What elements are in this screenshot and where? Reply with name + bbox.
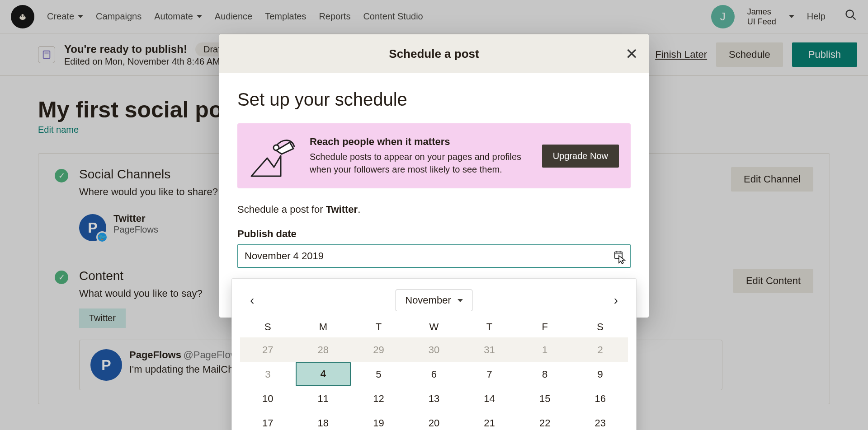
calendar-day[interactable]: 16 <box>572 386 628 411</box>
schedule-target: Twitter <box>326 204 358 215</box>
dow-label: T <box>351 318 406 336</box>
schedule-modal: Schedule a post ✕ Set up your schedule R… <box>219 34 649 318</box>
calendar-dow-row: S M T W T F S <box>240 318 628 336</box>
prev-month-button[interactable]: ‹ <box>245 290 259 310</box>
calendar-nav: ‹ November › <box>240 289 628 312</box>
calendar-day[interactable]: 22 <box>517 411 573 430</box>
publish-date-input[interactable]: November 4 2019 <box>237 244 631 268</box>
calendar-day[interactable]: 5 <box>351 362 406 386</box>
modal-title: Schedule a post <box>389 47 479 61</box>
upgrade-now-button[interactable]: Upgrade Now <box>542 145 619 168</box>
calendar-day[interactable]: 31 <box>462 337 517 362</box>
calendar-day[interactable]: 10 <box>240 386 296 411</box>
calendar-day[interactable]: 19 <box>351 411 406 430</box>
calendar-day[interactable]: 12 <box>351 386 406 411</box>
promo-text: Schedule posts to appear on your pages a… <box>310 150 531 176</box>
promo-illustration <box>249 133 299 178</box>
cursor-icon <box>618 255 626 267</box>
promo-heading: Reach people when it matters <box>310 136 531 148</box>
modal-heading: Set up your schedule <box>237 89 631 110</box>
calendar-day[interactable]: 18 <box>296 411 351 430</box>
calendar-day[interactable]: 3 <box>240 362 296 386</box>
publish-date-label: Publish date <box>237 228 631 240</box>
month-label: November <box>405 294 451 306</box>
calendar-day[interactable]: 30 <box>406 337 462 362</box>
schedule-for-line: Schedule a post for Twitter. <box>237 204 631 215</box>
modal-header: Schedule a post ✕ <box>219 34 649 73</box>
calendar-day[interactable]: 2 <box>572 337 628 362</box>
calendar-day[interactable]: 21 <box>462 411 517 430</box>
calendar-day[interactable]: 4 <box>296 362 351 386</box>
calendar-day[interactable]: 28 <box>296 337 351 362</box>
calendar-day[interactable]: 27 <box>240 337 296 362</box>
calendar-day[interactable]: 9 <box>572 362 628 386</box>
calendar-day[interactable]: 14 <box>462 386 517 411</box>
close-icon[interactable]: ✕ <box>625 46 638 61</box>
calendar-day[interactable]: 20 <box>406 411 462 430</box>
calendar-icon[interactable] <box>613 250 623 262</box>
upgrade-promo: Reach people when it matters Schedule po… <box>237 123 631 188</box>
calendar-day[interactable]: 6 <box>406 362 462 386</box>
dow-label: T <box>462 318 517 336</box>
dow-label: F <box>517 318 573 336</box>
calendar-day[interactable]: 17 <box>240 411 296 430</box>
date-picker: ‹ November › S M T W T F S 2728293031123… <box>231 278 637 430</box>
calendar-day[interactable]: 1 <box>517 337 573 362</box>
publish-date-value: November 4 2019 <box>245 250 613 262</box>
next-month-button[interactable]: › <box>609 290 623 310</box>
calendar-day[interactable]: 29 <box>351 337 406 362</box>
calendar-day[interactable]: 11 <box>296 386 351 411</box>
chevron-down-icon <box>458 299 463 302</box>
dow-label: M <box>296 318 351 336</box>
calendar-day[interactable]: 8 <box>517 362 573 386</box>
dow-label: S <box>240 318 296 336</box>
calendar-day[interactable]: 15 <box>517 386 573 411</box>
dow-label: S <box>572 318 628 336</box>
calendar-day[interactable]: 23 <box>572 411 628 430</box>
calendar-day[interactable]: 13 <box>406 386 462 411</box>
dow-label: W <box>406 318 462 336</box>
calendar-day[interactable]: 7 <box>462 362 517 386</box>
month-select[interactable]: November <box>396 290 472 311</box>
calendar-grid: 2728293031123456789101112131415161718192… <box>240 337 628 430</box>
